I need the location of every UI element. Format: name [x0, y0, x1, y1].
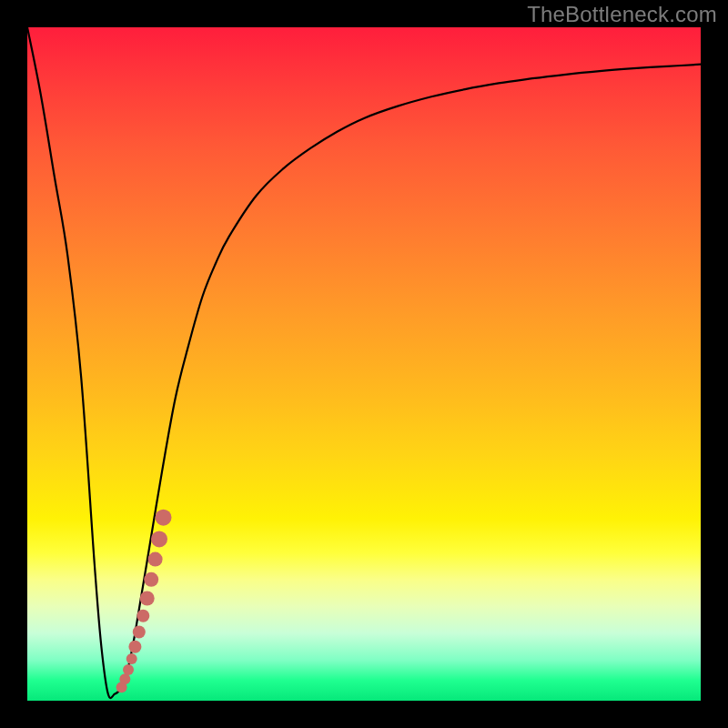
- marker-dot: [126, 653, 137, 664]
- highlight-markers: [116, 510, 172, 693]
- marker-dot: [151, 531, 167, 547]
- plot-area: [27, 27, 701, 701]
- watermark-text: TheBottleneck.com: [527, 2, 717, 27]
- chart-frame: TheBottleneck.com: [0, 0, 728, 728]
- marker-dot: [156, 510, 172, 526]
- marker-dot: [133, 626, 146, 639]
- marker-dot: [140, 592, 155, 606]
- marker-dot: [119, 673, 130, 684]
- marker-dot: [136, 610, 149, 622]
- marker-dot: [148, 552, 163, 567]
- marker-dot: [123, 664, 134, 675]
- marker-dot: [144, 572, 158, 587]
- chart-svg: [27, 27, 701, 701]
- bottleneck-curve: [27, 27, 701, 698]
- marker-dot: [128, 641, 141, 653]
